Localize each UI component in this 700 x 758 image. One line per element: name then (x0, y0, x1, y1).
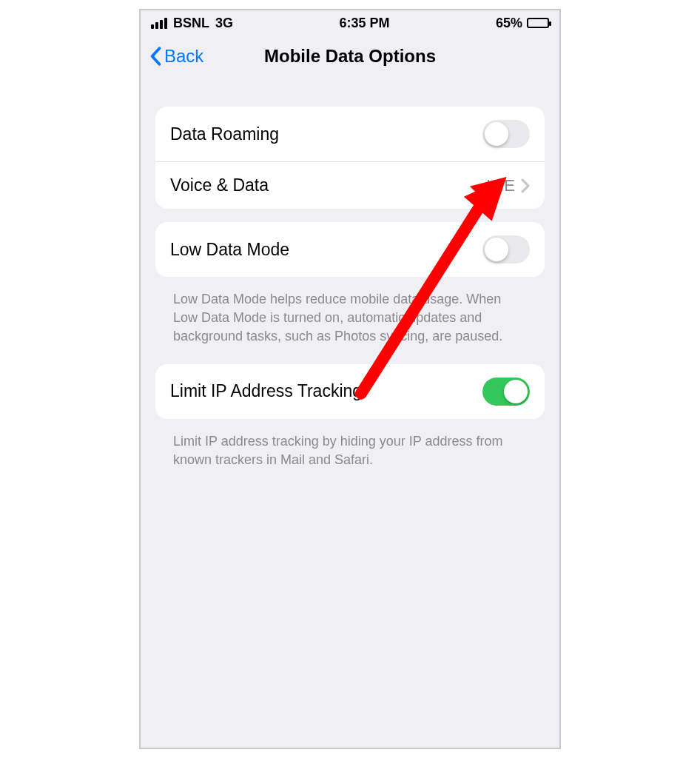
toggle-limit-ip-tracking[interactable] (482, 378, 530, 406)
row-data-roaming[interactable]: Data Roaming (155, 107, 545, 161)
settings-group: Low Data Mode (155, 222, 545, 277)
clock-label: 6:35 PM (339, 16, 389, 31)
battery-icon (527, 18, 549, 28)
toggle-data-roaming[interactable] (482, 120, 530, 148)
chevron-right-icon (521, 178, 530, 193)
status-bar: BSNL 3G 6:35 PM 65% (141, 10, 559, 36)
network-type-label: 3G (215, 16, 233, 31)
row-label: Limit IP Address Tracking (170, 381, 362, 401)
row-label: Data Roaming (170, 124, 279, 144)
nav-bar: Back Mobile Data Options (141, 36, 559, 77)
row-voice-data[interactable]: Voice & Data LTE (155, 161, 545, 209)
footer-text: Low Data Mode helps reduce mobile data u… (155, 290, 545, 364)
toggle-low-data-mode[interactable] (482, 235, 530, 264)
back-button[interactable]: Back (149, 36, 203, 77)
cellular-signal-icon (151, 18, 167, 29)
row-label: Voice & Data (170, 175, 269, 195)
settings-group: Data Roaming Voice & Data LTE (155, 107, 545, 209)
back-label: Back (164, 46, 203, 67)
footer-text: Limit IP address tracking by hiding your… (155, 432, 545, 487)
row-low-data-mode[interactable]: Low Data Mode (155, 222, 545, 277)
row-value: LTE (486, 176, 515, 195)
row-limit-ip-tracking[interactable]: Limit IP Address Tracking (155, 364, 545, 419)
battery-percent-label: 65% (496, 16, 522, 31)
carrier-label: BSNL (173, 16, 209, 31)
page-title: Mobile Data Options (264, 46, 436, 67)
chevron-left-icon (149, 47, 161, 66)
phone-frame: BSNL 3G 6:35 PM 65% Back Mobile Data Opt… (139, 9, 561, 749)
row-label: Low Data Mode (170, 240, 289, 260)
settings-group: Limit IP Address Tracking (155, 364, 545, 419)
